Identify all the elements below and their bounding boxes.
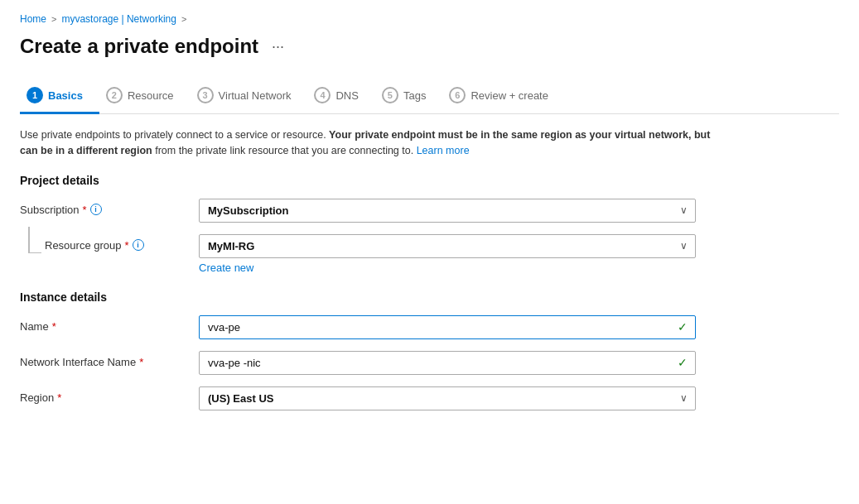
project-details-title: Project details	[20, 174, 839, 187]
region-control: (US) East US ∨	[199, 386, 696, 410]
info-bar: Use private endpoints to privately conne…	[20, 127, 724, 159]
learn-more-link[interactable]: Learn more	[417, 145, 470, 156]
tab-review-create[interactable]: 6 Review + create	[442, 79, 565, 114]
nic-input[interactable]	[199, 351, 696, 375]
tab-dns[interactable]: 4 DNS	[307, 79, 374, 114]
nic-input-wrapper: ✓	[199, 351, 696, 375]
tab-basics-label: Basics	[48, 89, 83, 102]
ellipsis-button[interactable]: ···	[267, 36, 289, 57]
subscription-dropdown[interactable]: MySubscription	[199, 199, 696, 223]
name-label: Name	[20, 320, 49, 333]
subscription-info-icon[interactable]: i	[90, 204, 102, 215]
region-label: Region	[20, 391, 54, 404]
tab-vnet-label: Virtual Network	[219, 89, 292, 102]
name-label-wrapper: Name *	[20, 315, 186, 333]
nic-control: ✓	[199, 351, 696, 375]
resource-group-control: MyMI-RG ∨ Create new	[199, 234, 696, 274]
subscription-label-wrapper: Subscription * i	[20, 199, 186, 216]
connector-vertical-line	[28, 227, 30, 253]
subscription-label: Subscription	[20, 204, 80, 216]
info-text3: from the private link resource that you …	[152, 145, 417, 156]
breadcrumb-home[interactable]: Home	[20, 13, 46, 25]
instance-details-title: Instance details	[20, 290, 839, 304]
project-details-section: Project details Subscription * i MySubsc…	[20, 174, 839, 274]
page-container: Home > myvastorage | Networking > Create…	[0, 0, 859, 447]
connector-horizontal-line	[28, 252, 41, 254]
name-row: Name * ✓	[20, 315, 839, 339]
tab-resource-circle: 2	[106, 87, 123, 103]
nic-label-wrapper: Network Interface Name *	[20, 351, 186, 368]
resource-group-row: Resource group * i MyMI-RG ∨ Create new	[20, 234, 839, 274]
tab-resource-label: Resource	[128, 89, 174, 102]
breadcrumb: Home > myvastorage | Networking >	[20, 13, 839, 25]
tab-dns-label: DNS	[335, 89, 358, 102]
region-label-wrapper: Region *	[20, 386, 186, 404]
info-text1: Use private endpoints to privately conne…	[20, 129, 329, 141]
nic-row: Network Interface Name * ✓	[20, 351, 839, 375]
region-row: Region * (US) East US ∨	[20, 386, 839, 410]
resource-group-dropdown[interactable]: MyMI-RG	[199, 234, 696, 258]
region-dropdown[interactable]: (US) East US	[199, 386, 696, 410]
nic-required: *	[139, 356, 143, 368]
breadcrumb-storage[interactable]: myvastorage | Networking	[61, 13, 176, 25]
nic-label: Network Interface Name	[20, 356, 136, 368]
name-required: *	[52, 320, 56, 333]
subscription-group: Subscription * i MySubscription ∨	[20, 199, 839, 274]
tab-basics[interactable]: 1 Basics	[20, 79, 99, 114]
name-control: ✓	[199, 315, 696, 339]
tab-tags-circle: 5	[382, 87, 398, 103]
instance-details-section: Instance details Name * ✓ Network Interf…	[20, 290, 839, 410]
resource-group-dropdown-wrapper: MyMI-RG ∨	[199, 234, 696, 258]
subscription-control: MySubscription ∨	[199, 199, 696, 223]
tab-review-label: Review + create	[471, 89, 548, 102]
create-new-link[interactable]: Create new	[199, 262, 253, 274]
resource-group-info-icon[interactable]: i	[133, 239, 144, 251]
resource-group-label: Resource group	[45, 239, 122, 252]
breadcrumb-sep1: >	[51, 14, 56, 24]
region-required: *	[57, 391, 61, 404]
tab-resource[interactable]: 2 Resource	[99, 79, 191, 114]
tab-tags-label: Tags	[403, 89, 426, 102]
wizard-tabs: 1 Basics 2 Resource 3 Virtual Network 4 …	[20, 78, 839, 114]
resource-group-label-wrapper: Resource group * i	[20, 234, 186, 252]
page-title-row: Create a private endpoint ···	[20, 35, 839, 58]
region-dropdown-wrapper: (US) East US ∨	[199, 386, 696, 410]
subscription-dropdown-wrapper: MySubscription ∨	[199, 199, 696, 223]
name-input-wrapper: ✓	[199, 315, 696, 339]
tab-tags[interactable]: 5 Tags	[375, 79, 442, 114]
tab-review-circle: 6	[449, 87, 466, 103]
tab-vnet-circle: 3	[197, 87, 214, 103]
tab-dns-circle: 4	[314, 87, 331, 103]
subscription-required: *	[83, 204, 87, 216]
page-title: Create a private endpoint	[20, 35, 258, 58]
resource-group-required: *	[125, 239, 129, 252]
subscription-row: Subscription * i MySubscription ∨	[20, 199, 839, 223]
breadcrumb-sep2: >	[181, 14, 186, 24]
tab-virtual-network[interactable]: 3 Virtual Network	[191, 79, 308, 114]
tab-basics-circle: 1	[27, 87, 43, 103]
name-input[interactable]	[199, 315, 696, 339]
